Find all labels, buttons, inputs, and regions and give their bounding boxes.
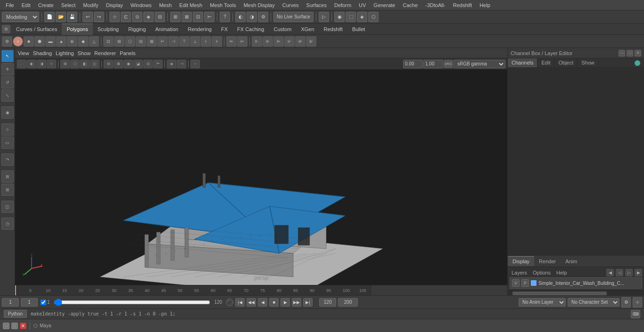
menu-create[interactable]: Create: [34, 1, 58, 9]
win-close-btn[interactable]: ✕: [20, 323, 26, 329]
sculpt-icon[interactable]: ✏: [226, 36, 237, 47]
vp-select-mask-btn[interactable]: ⊹: [47, 60, 56, 68]
layer-scrollbar[interactable]: [508, 291, 644, 295]
cam-btn[interactable]: ⬚: [346, 12, 356, 22]
layer-visibility-btn[interactable]: V: [512, 279, 520, 287]
tab-animation[interactable]: Animation: [150, 24, 183, 35]
tab-curves-surfaces[interactable]: Curves / Surfaces: [11, 24, 62, 35]
merge-btn[interactable]: ⊟: [136, 36, 146, 47]
vp-menu-renderer[interactable]: Renderer: [94, 50, 116, 56]
tab-sculpting[interactable]: Sculpting: [93, 24, 124, 35]
cb-tab-object[interactable]: Object: [554, 58, 578, 67]
vp-shadows-btn[interactable]: ◪: [133, 60, 143, 68]
tab-settings-icon[interactable]: ⚙: [2, 25, 10, 33]
timeline-scrubber[interactable]: [54, 300, 211, 305]
smooth-btn[interactable]: ⊥: [190, 36, 200, 47]
soft-sel-btn[interactable]: ◉: [1, 106, 14, 119]
colorspace-dropdown[interactable]: sRGB gamma: [454, 60, 505, 68]
vp-back-btn[interactable]: ⊣: [177, 60, 186, 68]
layers-menu-layers[interactable]: Layers: [510, 269, 529, 276]
menu-display[interactable]: Display: [102, 1, 127, 9]
tab-xgen[interactable]: XGen: [296, 24, 319, 35]
menu-select[interactable]: Select: [58, 1, 80, 9]
vp-camera-btn[interactable]: 🎥: [17, 60, 26, 68]
paint-btn[interactable]: ⊙: [132, 12, 142, 22]
redo-btn[interactable]: ↪: [94, 12, 104, 22]
layer-playback-btn[interactable]: P: [521, 279, 529, 287]
new-file-btn[interactable]: 📄: [44, 12, 55, 22]
menu-generate[interactable]: Generate: [370, 1, 399, 9]
menu-mesh-tools[interactable]: Mesh Tools: [206, 1, 239, 9]
vp-cam3-btn[interactable]: ◑: [37, 60, 46, 68]
stop-btn[interactable]: ■: [269, 298, 279, 307]
menu-redshift[interactable]: Redshift: [449, 1, 476, 9]
menu-edit-mesh[interactable]: Edit Mesh: [175, 1, 206, 9]
lasso-btn[interactable]: ⊏: [121, 12, 131, 22]
win-minimize-btn[interactable]: ─: [3, 323, 9, 329]
extra-btn1[interactable]: ▷: [319, 12, 329, 22]
layer-scrollbar-thumb[interactable]: [512, 292, 607, 295]
char-set-select[interactable]: No Character Set: [568, 298, 619, 307]
layer-scroll-next-btn[interactable]: ▷: [625, 269, 633, 276]
plus-minus-btn[interactable]: ⊞: [1, 184, 14, 196]
vp-menu-show[interactable]: Show: [78, 50, 91, 56]
mirror-btn[interactable]: ⊧: [212, 36, 222, 47]
cb-tab-edit[interactable]: Edit: [537, 58, 554, 67]
transport-settings-btn[interactable]: ⚙: [621, 297, 631, 308]
range-start-field[interactable]: [319, 298, 336, 307]
mode-selector[interactable]: Modeling Rigging Animation: [2, 12, 39, 22]
layer-name[interactable]: Simple_Interior_Car_Wash_Building_C...: [538, 281, 640, 286]
vp-menu-panels[interactable]: Panels: [120, 50, 136, 56]
vp-cam2-btn[interactable]: ◐: [27, 60, 36, 68]
uv-unfold-btn[interactable]: ⊪: [263, 36, 273, 47]
layer-scroll-left-btn[interactable]: ◀: [606, 269, 614, 276]
subdivide-btn[interactable]: ⊤: [179, 36, 190, 47]
layer-color-swatch[interactable]: [531, 280, 537, 286]
menu-cache[interactable]: Cache: [399, 1, 421, 9]
vp-ao-btn[interactable]: ⊡: [143, 60, 153, 68]
timeline-ruler[interactable]: 5 10 15 20 25 30 35 40 45 50 55 60 65 70…: [15, 285, 371, 295]
undo-btn[interactable]: ↩: [83, 12, 93, 22]
no-live-surface-btn[interactable]: No Live Surface: [273, 12, 314, 22]
tab-polygons[interactable]: Polygons: [62, 24, 92, 35]
layer-scroll-right-btn[interactable]: ▶: [635, 269, 642, 276]
vp-xray-btn[interactable]: ◫: [90, 60, 99, 68]
toolbar-settings-btn[interactable]: ⚙: [2, 36, 12, 47]
go-first-btn[interactable]: |◀: [235, 298, 245, 307]
select-btn[interactable]: ⊹: [109, 12, 120, 22]
snap-curve-btn[interactable]: ⊠: [182, 12, 192, 22]
rect-sel-btn[interactable]: ▭: [1, 137, 14, 149]
vp-msel-btn[interactable]: ⊢: [153, 60, 163, 68]
menu-edit[interactable]: Edit: [18, 1, 34, 9]
poly-prism-btn[interactable]: ◆: [78, 36, 88, 47]
layer-scroll-prev-btn[interactable]: ◁: [616, 269, 623, 276]
layers-menu-options[interactable]: Options: [531, 269, 553, 276]
current-frame-field[interactable]: [21, 298, 38, 307]
panel-maximize-btn[interactable]: □: [627, 50, 633, 57]
poly-plane-btn[interactable]: ▬: [45, 36, 56, 47]
menu-deform[interactable]: Deform: [330, 1, 355, 9]
vp-wireframe-btn[interactable]: ⬡: [70, 60, 80, 68]
render2-btn[interactable]: ⬡: [368, 12, 379, 22]
scene-viewport[interactable]: persp y x z: [15, 70, 507, 285]
tab-rendering[interactable]: Rendering: [183, 24, 216, 35]
layers-menu-help[interactable]: Help: [554, 269, 569, 276]
cylindrical-btn[interactable]: ⊬: [284, 36, 295, 47]
separate-btn[interactable]: ⊢: [157, 36, 168, 47]
frame-checkbox[interactable]: [41, 300, 46, 305]
spherical-btn[interactable]: ⊭: [295, 36, 305, 47]
soft-btn[interactable]: ◈: [143, 12, 154, 22]
poly-sphere-btn[interactable]: ●: [13, 36, 23, 47]
cb-tab-channels[interactable]: Channels: [508, 58, 537, 67]
save-btn[interactable]: 💾: [67, 12, 77, 22]
eye-btn[interactable]: ◉: [334, 12, 345, 22]
snap-btn[interactable]: ⊟: [155, 12, 165, 22]
transport-extra-btn[interactable]: ⊹: [633, 297, 642, 308]
tab-rigging[interactable]: Rigging: [124, 24, 150, 35]
win-maximize-btn[interactable]: □: [11, 323, 18, 329]
tab-custom[interactable]: Custom: [269, 24, 297, 35]
start-frame-field[interactable]: [2, 298, 19, 307]
menu-modify[interactable]: Modify: [79, 1, 102, 9]
playhead[interactable]: [15, 285, 16, 295]
menu-curves[interactable]: Curves: [279, 1, 303, 9]
